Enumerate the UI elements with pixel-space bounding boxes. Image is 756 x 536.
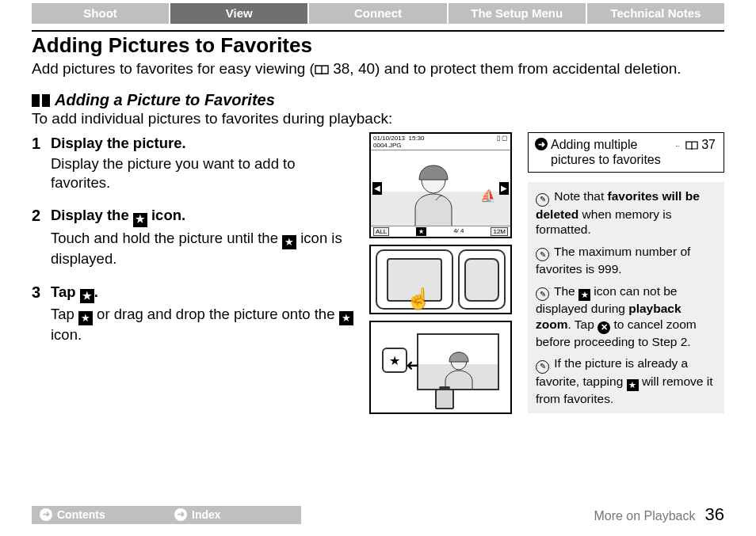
note-2-text: The maximum number of favorites is 999. <box>536 245 690 276</box>
step-3-body: Tap ★ or drag and drop the picture onto … <box>51 305 353 344</box>
illustration-drag-to-star: ★ ➜ <box>369 321 512 414</box>
step-3-number: 3 <box>32 283 44 344</box>
star-icon: ★ <box>133 213 147 227</box>
intro-refs: 38, 40 <box>329 60 375 77</box>
xref-page: 37 <box>685 138 716 154</box>
intro-text: Add pictures to favorites for easy viewi… <box>32 59 724 80</box>
step-3-body-pre: Tap <box>51 306 78 322</box>
illustration-playback-screen: 01/10/2013 15:300004.JPG ▯ ▢ ⛵ ◀ ▶ <box>369 132 512 238</box>
star-icon: ★ <box>282 235 296 249</box>
note-3-post1: . Tap <box>567 317 598 331</box>
star-icon: ★ <box>627 379 639 391</box>
xref-text: Adding multiple pictures to favorites <box>551 138 670 167</box>
note-4: ✎ If the picture is already a favorite, … <box>536 355 716 407</box>
footer-index-label: Index <box>192 508 221 521</box>
lcd-all-chip: ALL <box>373 227 389 236</box>
cancel-icon: ✕ <box>598 321 610 334</box>
step-1: 1 Display the picture. Display the pictu… <box>32 134 353 192</box>
step-1-body: Display the picture you want to add to f… <box>51 154 353 192</box>
arrow-circle-icon: ➜ <box>40 508 52 521</box>
tab-shoot[interactable]: Shoot <box>32 3 169 24</box>
top-tabs: Shoot View Connect The Setup Menu Techni… <box>32 3 724 24</box>
hand-icon: ☝ <box>406 287 431 311</box>
step-1-title: Display the picture. <box>51 135 186 151</box>
book-icon <box>315 61 329 80</box>
star-icon: ★ <box>389 353 400 368</box>
pencil-icon: ✎ <box>536 360 549 374</box>
footer-section: More on Playback <box>594 509 695 523</box>
intro-post: ) and to protect them from accidental de… <box>375 60 682 77</box>
lcd-time: 15:30 <box>409 135 425 142</box>
step-3-body-mid: or drag and drop the picture onto the <box>93 306 339 322</box>
step-3-body-post: icon. <box>51 326 82 343</box>
xref-page-num: 37 <box>698 138 716 151</box>
step-2: 2 Display the ★ icon. Touch and hold the… <box>32 206 353 268</box>
step-1-number: 1 <box>32 134 44 192</box>
battery-icon: ▯ ▢ <box>497 135 508 149</box>
drag-thumbnail <box>417 333 499 390</box>
step-2-title-pre: Display the <box>51 207 133 223</box>
lcd-next-icon: ▶ <box>499 182 509 195</box>
star-icon: ★ <box>78 311 93 325</box>
xref-box[interactable]: ➜ Adding multiple pictures to favorites … <box>528 132 724 173</box>
step-2-title: Display the ★ icon. <box>51 207 185 223</box>
step-3-title: Tap ★. <box>51 283 98 300</box>
note-1-pre: Note that <box>554 189 607 203</box>
tab-setup-menu[interactable]: The Setup Menu <box>449 3 586 24</box>
note-2: ✎ The maximum number of favorites is 999… <box>536 244 716 277</box>
steps-column: 1 Display the picture. Display the pictu… <box>32 132 353 414</box>
trash-icon <box>435 389 454 409</box>
note-3: ✎ The ★ icon can not be displayed during… <box>536 283 716 349</box>
pencil-icon: ✎ <box>536 287 549 301</box>
heading-bars-icon <box>32 94 50 107</box>
lcd-count: 4/ 4 <box>453 227 464 236</box>
star-icon: ★ <box>578 289 590 301</box>
page-title: Adding Pictures to Favorites <box>32 30 724 58</box>
illustrations-column: 01/10/2013 15:300004.JPG ▯ ▢ ⛵ ◀ ▶ <box>369 132 512 414</box>
sub-heading-text: Adding a Picture to Favorites <box>55 91 275 109</box>
lcd-star-chip: ★ <box>416 227 426 236</box>
footer-contents-label: Contents <box>57 508 105 521</box>
arrow-circle-icon: ➜ <box>535 138 548 150</box>
footer-contents-button[interactable]: ➜ Contents <box>32 506 166 524</box>
xref-leader-dots <box>676 146 679 146</box>
arrow-circle-icon: ➜ <box>174 508 187 521</box>
lcd-size-chip: 12M <box>491 227 508 236</box>
note-3-pre: The <box>554 284 578 298</box>
tab-connect[interactable]: Connect <box>309 3 446 24</box>
step-2-number: 2 <box>32 206 44 268</box>
footer-links: ➜ Contents ➜ Index <box>32 506 301 524</box>
step-2-body: Touch and hold the picture until the ★ i… <box>51 229 353 268</box>
sub-heading: Adding a Picture to Favorites <box>32 91 724 109</box>
intro-pre: Add pictures to favorites for easy viewi… <box>32 60 315 77</box>
star-icon: ★ <box>339 311 353 325</box>
book-icon <box>685 139 698 154</box>
illustration-touch-hold: ☝ <box>369 245 512 314</box>
footer: ➜ Contents ➜ Index More on Playback 36 <box>32 504 724 525</box>
step-3: 3 Tap ★. Tap ★ or drag and drop the pict… <box>32 283 353 344</box>
drag-arrow-icon: ➜ <box>406 355 419 374</box>
step-2-body-pre: Touch and hold the picture until the <box>51 230 282 246</box>
footer-page-number: 36 <box>705 504 724 525</box>
drag-star-target: ★ <box>382 348 407 373</box>
star-icon: ★ <box>80 289 94 303</box>
step-3-title-post: . <box>94 283 98 300</box>
sidebar-column: ➜ Adding multiple pictures to favorites … <box>528 132 724 414</box>
note-1: ✎ Note that favorites will be deleted wh… <box>536 188 716 238</box>
sub-intro: To add individual pictures to favorites … <box>32 110 724 127</box>
footer-right: More on Playback 36 <box>594 504 724 525</box>
step-2-title-post: icon. <box>147 207 185 223</box>
notes-panel: ✎ Note that favorites will be deleted wh… <box>528 182 724 413</box>
pencil-icon: ✎ <box>536 248 549 261</box>
footer-index-button[interactable]: ➜ Index <box>166 506 301 524</box>
step-3-title-pre: Tap <box>51 283 80 300</box>
lcd-date: 01/10/2013 <box>373 135 405 142</box>
tab-technical-notes[interactable]: Technical Notes <box>587 3 724 24</box>
lcd-prev-icon: ◀ <box>372 182 382 195</box>
lcd-file: 0004.JPG <box>373 142 402 149</box>
pencil-icon: ✎ <box>536 193 549 207</box>
tab-view[interactable]: View <box>170 3 307 24</box>
